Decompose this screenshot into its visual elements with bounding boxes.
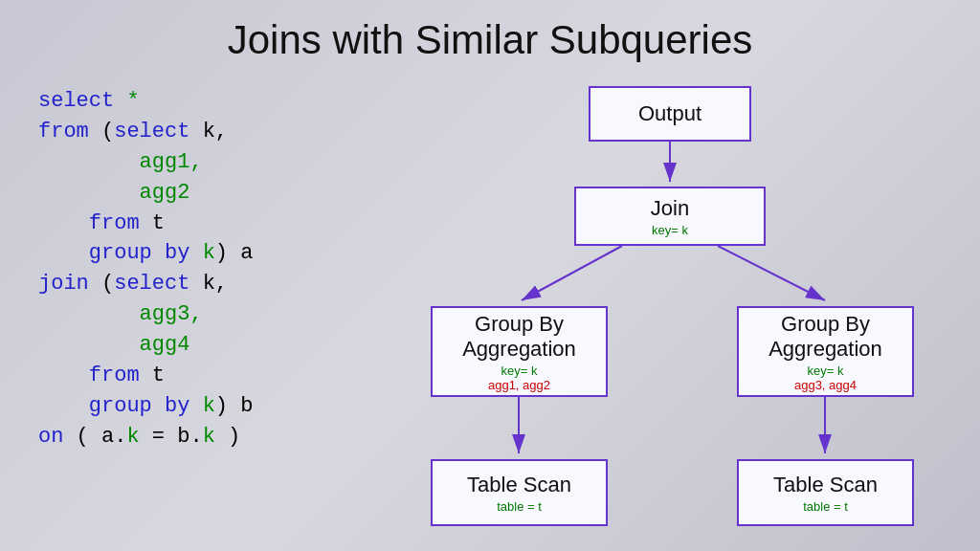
alias-b: ) b	[215, 394, 254, 418]
node-gb-right-subtitle2: agg3, agg4	[794, 378, 857, 392]
node-gb-left-subtitle2: agg1, agg2	[488, 378, 550, 392]
code-line-4: agg2	[38, 178, 253, 209]
node-ts-left-subtitle: table = t	[497, 499, 542, 514]
table-t2: t	[140, 364, 165, 387]
node-ts-right-title: Table Scan	[773, 473, 878, 497]
kw-join: join	[38, 272, 101, 296]
node-ts-right: Table Scan table = t	[737, 459, 914, 526]
code-line-12: on ( a.k = b.k )	[38, 422, 253, 452]
code-line-3: agg1,	[38, 147, 253, 178]
node-join: Join key= k	[574, 187, 766, 246]
col-agg3: agg3,	[38, 302, 203, 326]
code-line-9: agg4	[38, 330, 253, 361]
kw-from3: from	[38, 364, 140, 387]
node-gb-right: Group ByAggregation key= k agg3, agg4	[737, 306, 914, 397]
col-k4: k	[203, 394, 215, 418]
node-gb-right-subtitle: key= k	[808, 364, 844, 378]
table-t1: t	[140, 211, 165, 235]
alias-a: ) a	[215, 241, 254, 265]
col-k2: k	[203, 241, 215, 265]
on-expr: ( a.	[77, 425, 127, 449]
code-line-11: group by k) b	[38, 391, 253, 422]
diagram: Output Join key= k Group ByAggregation k…	[402, 86, 957, 536]
paren2: (	[101, 272, 114, 296]
col-k1: k,	[189, 120, 228, 143]
code-line-8: agg3,	[38, 299, 253, 330]
col-agg4: agg4	[38, 333, 189, 357]
node-gb-left-subtitle: key= k	[501, 364, 538, 378]
kw-groupby1: group by	[38, 241, 203, 265]
code-line-10: from t	[38, 361, 253, 391]
col-k6: k	[203, 425, 215, 449]
svg-line-2	[522, 246, 622, 300]
kw-groupby2: group by	[38, 394, 203, 418]
code-line-6: group by k) a	[38, 238, 253, 269]
node-join-subtitle: key= k	[652, 223, 688, 237]
kw-from1: from	[38, 120, 101, 143]
code-line-2: from (select k,	[38, 117, 253, 147]
node-output-title: Output	[638, 101, 702, 126]
node-gb-left-title: Group ByAggregation	[462, 312, 576, 362]
node-join-title: Join	[651, 196, 689, 221]
code-line-1: select *	[38, 86, 253, 117]
kw-on: on	[38, 425, 77, 449]
on-close: )	[215, 425, 240, 449]
kw-select: select	[38, 89, 126, 113]
col-k3: k,	[189, 272, 228, 296]
col-agg2: agg2	[38, 181, 189, 205]
kw-select2: select	[114, 120, 189, 143]
slide: Joins with Similar Subqueries select * f…	[0, 0, 980, 551]
code-line-5: from t	[38, 209, 253, 239]
paren1: (	[101, 120, 114, 143]
kw-from2: from	[38, 211, 140, 235]
node-gb-left: Group ByAggregation key= k agg1, agg2	[431, 306, 608, 397]
code-section: select * from (select k, agg1, agg2 from…	[38, 86, 253, 452]
kw-select3: select	[114, 272, 189, 296]
on-eq: = b.	[140, 425, 203, 449]
node-gb-right-title: Group ByAggregation	[768, 312, 882, 362]
node-ts-left-title: Table Scan	[467, 473, 571, 497]
node-ts-left: Table Scan table = t	[431, 459, 608, 526]
svg-line-3	[718, 246, 825, 300]
code-line-7: join (select k,	[38, 269, 253, 299]
node-ts-right-subtitle: table = t	[803, 499, 848, 514]
col-k5: k	[126, 425, 139, 449]
node-output: Output	[589, 86, 751, 142]
kw-star: *	[126, 89, 139, 113]
slide-title: Joins with Similar Subqueries	[0, 0, 980, 73]
col-agg1: agg1,	[38, 150, 203, 174]
